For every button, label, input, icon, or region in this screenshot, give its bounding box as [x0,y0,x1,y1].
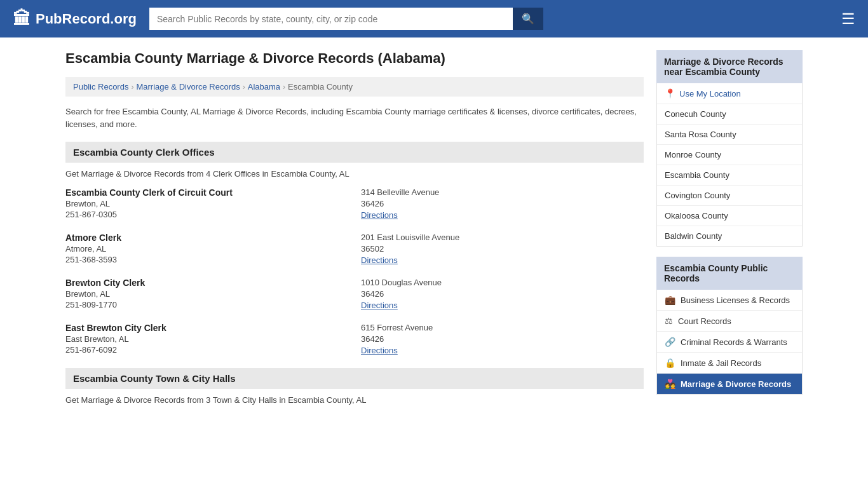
criminal-records-link[interactable]: Criminal Records & Warrants [681,337,787,347]
county-link-1[interactable]: Santa Rosa County [665,130,736,139]
list-item[interactable]: Santa Rosa County [657,125,802,145]
list-item[interactable]: Conecuh County [657,104,802,125]
office-name-4: East Brewton City Clerk [65,323,348,333]
office-zip-2: 36502 [361,244,644,254]
sidebar: Marriage & Divorce Records near Escambia… [656,50,803,414]
office-name-3: Brewton City Clerk [65,278,348,288]
list-item[interactable]: Covington County [657,186,802,206]
office-city-2: Atmore, AL [65,244,348,254]
office-phone-3: 251-809-1770 [65,300,348,310]
site-header: 🏛 PubRecord.org 🔍 ☰ [0,0,868,37]
marriage-records-link[interactable]: Marriage & Divorce Records [681,379,791,389]
sidebar-record-item-1[interactable]: ⚖ Court Records [657,311,802,332]
content-area: Escambia County Marriage & Divorce Recor… [65,50,644,414]
office-phone-2: 251-368-3593 [65,255,348,265]
criminal-icon: 🔗 [665,337,675,347]
office-entry-2: Atmore Clerk 201 East Louisville Avenue … [65,233,644,265]
clerk-section-header: Escambia County Clerk Offices [65,142,644,163]
office-address-4: 615 Forrest Avenue [361,323,644,333]
breadcrumb-sep3: › [283,83,285,92]
directions-link-4[interactable]: Directions [361,346,398,355]
sidebar-record-item-2[interactable]: 🔗 Criminal Records & Warrants [657,332,802,353]
sidebar-record-item-0[interactable]: 💼 Business Licenses & Records [657,290,802,311]
location-icon: 📍 [665,88,675,98]
breadcrumb: Public Records › Marriage & Divorce Reco… [65,77,644,97]
logo-icon: 🏛 [13,8,31,29]
sidebar-nearby-title: Marriage & Divorce Records near Escambia… [656,50,803,83]
sidebar-record-item-3[interactable]: 🔒 Inmate & Jail Records [657,353,802,374]
business-records-link[interactable]: Business Licenses & Records [681,295,790,305]
office-zip-4: 36426 [361,334,644,344]
county-link-3[interactable]: Escambia County [665,170,729,180]
list-item[interactable]: Baldwin County [657,226,802,246]
breadcrumb-current: Escambia County [288,82,353,92]
office-phone-4: 251-867-6092 [65,345,348,355]
office-zip-1: 36426 [361,199,644,208]
search-bar: 🔍 [149,8,543,30]
search-input[interactable] [149,8,513,30]
sidebar-use-location[interactable]: 📍 Use My Location [657,83,802,104]
office-entry-3: Brewton City Clerk 1010 Douglas Avenue B… [65,278,644,310]
directions-link-1[interactable]: Directions [361,210,398,220]
office-city-1: Brewton, AL [65,199,348,208]
sidebar-record-item-4[interactable]: 💑 Marriage & Divorce Records [657,374,802,394]
breadcrumb-public-records[interactable]: Public Records [73,82,128,92]
clerk-sub-desc: Get Marriage & Divorce Records from 4 Cl… [65,169,644,179]
breadcrumb-sep1: › [131,83,133,92]
breadcrumb-marriage-divorce[interactable]: Marriage & Divorce Records [136,82,240,92]
county-link-5[interactable]: Okaloosa County [665,211,728,220]
town-sub-desc: Get Marriage & Divorce Records from 3 To… [65,395,644,405]
business-icon: 💼 [665,295,675,305]
breadcrumb-alabama[interactable]: Alabama [248,82,280,92]
office-address-2: 201 East Louisville Avenue [361,233,644,243]
directions-link-2[interactable]: Directions [361,255,398,265]
office-city-4: East Brewton, AL [65,334,348,344]
main-container: Escambia County Marriage & Divorce Recor… [53,37,815,426]
office-entry-4: East Brewton City Clerk 615 Forrest Aven… [65,323,644,355]
jail-records-link[interactable]: Inmate & Jail Records [681,358,761,368]
office-directions-3: Directions [361,300,644,310]
menu-icon[interactable]: ☰ [841,10,855,28]
office-entry: Escambia County Clerk of Circuit Court 3… [65,187,644,220]
office-directions-1: Directions [361,210,644,220]
search-button[interactable]: 🔍 [513,8,543,30]
office-name-1: Escambia County Clerk of Circuit Court [65,187,348,198]
use-location-link[interactable]: Use My Location [679,89,741,98]
list-item[interactable]: Escambia County [657,165,802,186]
office-address-1: 314 Belleville Avenue [361,187,644,198]
jail-icon: 🔒 [665,358,675,368]
sidebar-records-list: 💼 Business Licenses & Records ⚖ Court Re… [656,290,803,395]
office-name-2: Atmore Clerk [65,233,348,243]
office-city-3: Brewton, AL [65,289,348,299]
marriage-icon: 💑 [665,379,675,389]
logo-link[interactable]: 🏛 PubRecord.org [13,8,137,29]
county-link-2[interactable]: Monroe County [665,150,721,159]
page-description: Search for free Escambia County, AL Marr… [65,105,644,130]
page-title: Escambia County Marriage & Divorce Recor… [65,50,644,67]
sidebar-nearby-list: 📍 Use My Location Conecuh County Santa R… [656,83,803,247]
county-link-6[interactable]: Baldwin County [665,231,722,241]
logo-text: PubRecord.org [36,11,137,27]
list-item[interactable]: Okaloosa County [657,206,802,226]
court-icon: ⚖ [665,316,673,326]
sidebar-records-title: Escambia County Public Records [656,257,803,290]
office-phone-1: 251-867-0305 [65,210,348,220]
office-address-3: 1010 Douglas Avenue [361,278,644,288]
office-zip-3: 36426 [361,289,644,299]
office-directions-2: Directions [361,255,644,265]
town-section-header: Escambia County Town & City Halls [65,368,644,389]
directions-link-3[interactable]: Directions [361,301,398,310]
breadcrumb-sep2: › [243,83,245,92]
county-link-4[interactable]: Covington County [665,191,730,200]
office-directions-4: Directions [361,345,644,355]
search-icon: 🔍 [522,13,534,24]
court-records-link[interactable]: Court Records [678,316,731,326]
list-item[interactable]: Monroe County [657,145,802,165]
county-link-0[interactable]: Conecuh County [665,109,726,119]
